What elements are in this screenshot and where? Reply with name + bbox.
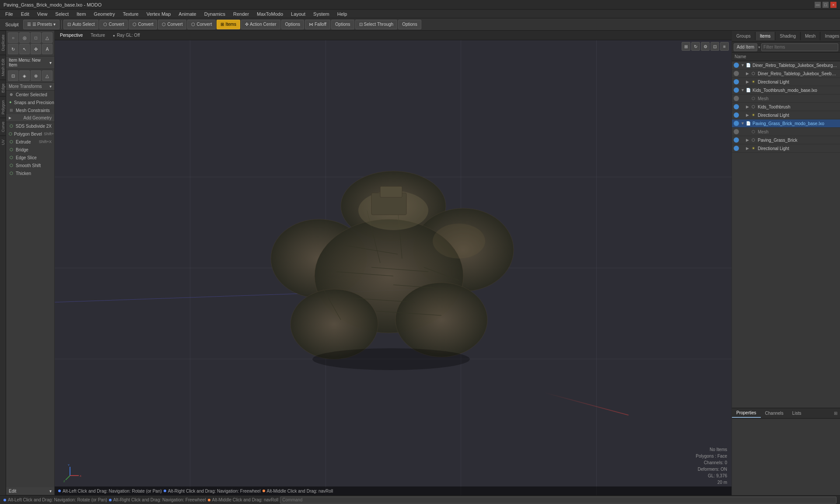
tab-groups[interactable]: Groups xyxy=(732,32,756,40)
vtab-polygon[interactable]: Polygon xyxy=(0,96,6,118)
prop-tab-properties[interactable]: Properties xyxy=(732,409,761,418)
vp-rotate-button[interactable]: ↻ xyxy=(691,42,700,51)
items-button[interactable]: ⊞ Items xyxy=(217,20,240,29)
close-button[interactable]: × xyxy=(830,2,836,8)
transform2-button[interactable]: ◈ xyxy=(19,70,30,81)
convert-button-1[interactable]: ⬡ Convert xyxy=(99,20,128,29)
falloff-button[interactable]: ⋈ Falloff xyxy=(305,20,330,29)
vp-layout-button[interactable]: ≡ xyxy=(720,42,729,51)
menu-animate[interactable]: Animate xyxy=(175,10,200,18)
polygon-bevel-btn[interactable]: ⬡ Polygon Bevel Shift+B xyxy=(6,130,54,138)
mode-select-button[interactable]: ↖ xyxy=(19,44,30,54)
item-row-1[interactable]: ▼ 📄 Diner_Retro_Tabletop_Jukebox_Seeburg… xyxy=(732,61,840,70)
snaps-precision-btn[interactable]: ✦ Snaps and Precision xyxy=(6,98,54,106)
auto-select-button[interactable]: ⊡ Auto Select xyxy=(63,20,98,29)
more-transforms-header[interactable]: More Transforms ▾ xyxy=(6,83,54,91)
item-row-7[interactable]: ▶ ☀ Directional Light xyxy=(732,111,840,119)
mode-circle-button[interactable]: ○ xyxy=(8,32,18,43)
filter-items-input[interactable] xyxy=(761,43,838,51)
convert-button-3[interactable]: ⬡ Convert xyxy=(158,20,186,29)
vis-btn-1[interactable] xyxy=(734,63,739,68)
mode-rotate-button[interactable]: ↻ xyxy=(8,44,18,54)
presets-button[interactable]: ☰ ☰ Presets ▾ xyxy=(23,20,60,29)
action-center-button[interactable]: ✜ Action Center xyxy=(241,20,280,29)
mode-cube-button[interactable]: □ xyxy=(31,32,41,43)
item-menu-dropdown[interactable]: Item Menu: New Item ▾ xyxy=(6,56,54,69)
mode-move-button[interactable]: ✜ xyxy=(31,44,41,54)
tab-items[interactable]: Items xyxy=(756,32,775,40)
tab-shading[interactable]: Shading xyxy=(775,32,801,40)
vis-btn-9[interactable] xyxy=(734,129,739,134)
menu-view[interactable]: View xyxy=(34,10,51,18)
item-row-4[interactable]: ▼ 📄 Kids_Toothbrush_modo_base.lxo xyxy=(732,86,840,94)
tab-images[interactable]: Images xyxy=(820,32,840,40)
item-row-10[interactable]: ▶ ⬡ Paving_Grass_Brick xyxy=(732,136,840,144)
item-row-9[interactable]: ⬡ Mesh xyxy=(732,128,840,136)
vis-btn-10[interactable] xyxy=(734,137,739,143)
menu-layout[interactable]: Layout xyxy=(287,10,309,18)
smooth-shift-btn[interactable]: ⬡ Smooth Shift xyxy=(6,161,54,169)
item-row-8[interactable]: ▼ 📄 Paving_Grass_Brick_modo_base.lxo xyxy=(732,119,840,128)
edge-slice-btn[interactable]: ⬡ Edge Slice xyxy=(6,154,54,161)
transform4-button[interactable]: △ xyxy=(42,70,52,81)
menu-select[interactable]: Select xyxy=(52,10,72,18)
mode-triangle-button[interactable]: △ xyxy=(42,32,52,43)
tab-mesh[interactable]: Mesh xyxy=(801,32,820,40)
item-row-11[interactable]: ▶ ☀ Directional Light xyxy=(732,144,840,153)
menu-maxtomodo[interactable]: MaxToModo xyxy=(253,10,287,18)
command-input[interactable] xyxy=(280,497,836,504)
center-selected-btn[interactable]: ⊕ Center Selected xyxy=(6,91,54,98)
vis-btn-11[interactable] xyxy=(734,146,739,151)
transform1-button[interactable]: ⊡ xyxy=(8,70,18,81)
convert-button-4[interactable]: ⬡ Convert xyxy=(187,20,216,29)
bridge-btn[interactable]: ⬡ Bridge xyxy=(6,146,54,154)
select-through-options-button[interactable]: Options xyxy=(398,20,421,29)
window-controls[interactable]: — □ × xyxy=(815,2,836,8)
add-geometry-header[interactable]: ▶ Add Geometry xyxy=(6,114,54,122)
mode-text-button[interactable]: A xyxy=(42,44,52,54)
viewport-tab-perspective[interactable]: Perspective xyxy=(57,32,85,38)
falloff-options-button[interactable]: Options xyxy=(331,20,354,29)
vis-btn-8[interactable] xyxy=(734,121,739,126)
menu-system[interactable]: System xyxy=(310,10,333,18)
action-options-button[interactable]: Options xyxy=(281,20,304,29)
vis-btn-4[interactable] xyxy=(734,88,739,93)
vis-btn-3[interactable] xyxy=(734,79,739,84)
item-row-6[interactable]: ▶ ⬡ Kids_Toothbrush xyxy=(732,103,840,111)
vis-btn-5[interactable] xyxy=(734,96,739,101)
vtab-uv[interactable]: UV xyxy=(0,136,6,149)
prop-tab-lists[interactable]: Lists xyxy=(788,409,806,417)
minimize-button[interactable]: — xyxy=(815,2,821,8)
sds-subdivide-btn[interactable]: ⬡ SDS Subdivide 2X xyxy=(6,122,54,130)
maximize-button[interactable]: □ xyxy=(822,2,829,8)
item-row-3[interactable]: ▶ ☀ Directional Light xyxy=(732,78,840,86)
menu-geometry[interactable]: Geometry xyxy=(90,10,118,18)
menu-item[interactable]: Item xyxy=(73,10,89,18)
thicken-btn[interactable]: ⬡ Thicken xyxy=(6,169,54,177)
menu-texture[interactable]: Texture xyxy=(119,10,142,18)
vp-frame-button[interactable]: ⊡ xyxy=(710,42,719,51)
menu-dynamics[interactable]: Dynamics xyxy=(201,10,229,18)
menu-help[interactable]: Help xyxy=(334,10,351,18)
mode-ring-button[interactable]: ◎ xyxy=(19,32,30,43)
menu-vertex-map[interactable]: Vertex Map xyxy=(143,10,175,18)
extrude-btn[interactable]: ⬡ Extrude Shift+X xyxy=(6,138,54,146)
prop-expand-btn[interactable]: ⊞ xyxy=(831,409,840,417)
vp-maximize-button[interactable]: ⊞ xyxy=(682,42,690,51)
vis-btn-7[interactable] xyxy=(734,112,739,118)
vtab-duplicate[interactable]: Duplicate xyxy=(0,31,6,55)
viewport-tab-texture[interactable]: Texture xyxy=(88,32,108,38)
select-through-button[interactable]: ⊡ Select Through xyxy=(355,20,398,29)
item-row-5[interactable]: ⬡ Mesh xyxy=(732,94,840,103)
viewport-tab-raygl[interactable]: Ray GL: Off xyxy=(110,32,142,38)
viewport-canvas[interactable]: Y X Z No Items Polygons : Face Channels:… xyxy=(55,40,732,495)
menu-render[interactable]: Render xyxy=(230,10,252,18)
add-item-button[interactable]: Add Item xyxy=(734,43,757,51)
item-row-2[interactable]: ▶ ⬡ Diner_Retro_Tabletop_Jukebox_Seebur.… xyxy=(732,70,840,78)
mesh-constraints-btn[interactable]: ⊞ Mesh Constraints xyxy=(6,106,54,114)
menu-file[interactable]: File xyxy=(2,10,17,18)
edit-dropdown[interactable]: Edit ▾ xyxy=(6,487,54,495)
menu-edit[interactable]: Edit xyxy=(18,10,33,18)
vp-settings-button[interactable]: ⚙ xyxy=(701,42,710,51)
prop-tab-channels[interactable]: Channels xyxy=(761,409,788,417)
